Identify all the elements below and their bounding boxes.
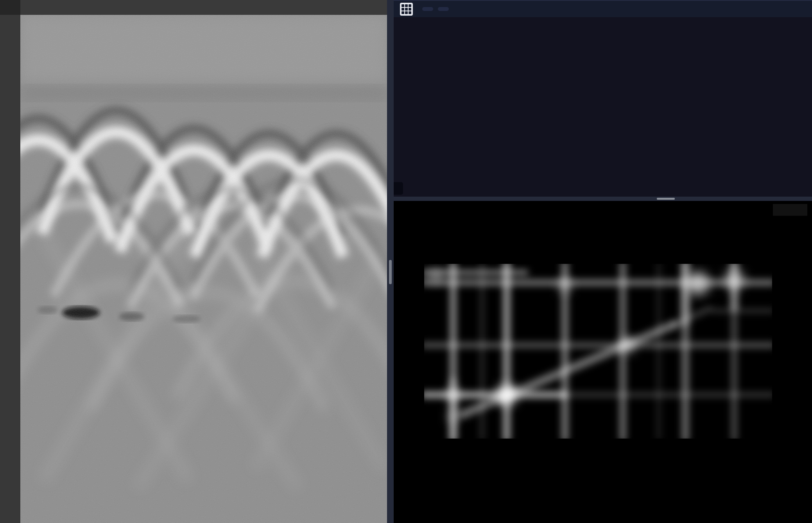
- left-ruler: [0, 15, 20, 523]
- horizontal-splitter[interactable]: [394, 197, 812, 201]
- horizontal-splitter-handle[interactable]: [657, 198, 675, 200]
- survey-grid-svg: [394, 16, 812, 197]
- profile-count-badge: [438, 7, 449, 11]
- bscan-panel: [0, 0, 387, 523]
- display-toggle-bar: [394, 182, 403, 195]
- grid-icon: [400, 3, 413, 16]
- cscan-map-panel[interactable]: [394, 201, 812, 523]
- survey-grid-plot[interactable]: [394, 16, 812, 197]
- gain-indicator: [773, 204, 807, 216]
- vertical-splitter[interactable]: [387, 0, 394, 523]
- bscan-noise-texture: [20, 15, 387, 523]
- vertical-splitter-handle[interactable]: [389, 260, 392, 284]
- ruler-unit-label: [0, 0, 20, 15]
- cscan-grid-panel: [394, 0, 812, 197]
- cscan-header: [394, 0, 812, 17]
- bscan-radargram-viewport[interactable]: [20, 15, 387, 523]
- top-ruler: [20, 0, 387, 15]
- cscan-heatmap[interactable]: [424, 264, 772, 439]
- survey-info-badge: [422, 7, 433, 11]
